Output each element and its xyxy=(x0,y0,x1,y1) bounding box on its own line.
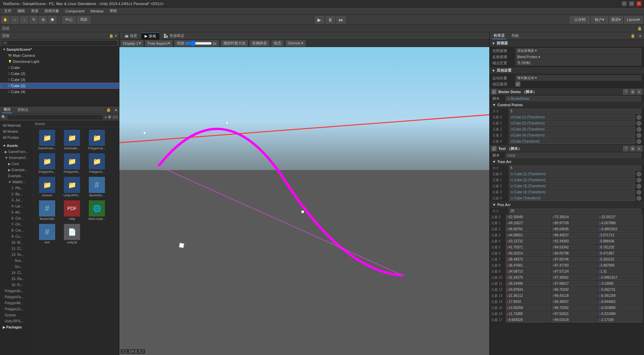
fav-gamefram[interactable]: ▶ GameFram... xyxy=(0,149,33,155)
fav-example2[interactable]: Example... xyxy=(0,173,33,179)
pos-elem5-z[interactable]: 6.761232 xyxy=(598,245,643,250)
pos-elem17-x[interactable]: 9.659326 xyxy=(506,317,551,323)
fav-7or[interactable]: 7- Ori... xyxy=(0,221,33,227)
pos-elem0-y[interactable]: 75.35014 xyxy=(552,214,597,220)
asset-bezierde[interactable]: # BezierDe... xyxy=(85,175,109,198)
pos-elem2-x[interactable]: 46.58791 xyxy=(506,227,551,232)
pos-elem4-x[interactable]: 43.13732 xyxy=(506,239,551,244)
pos-elem12-y[interactable]: 96.70242 xyxy=(552,287,597,292)
mute-button[interactable]: 音频静音 xyxy=(250,40,269,46)
fav-all-materials[interactable]: All Materials xyxy=(0,122,33,128)
pos-elem14-y[interactable]: 96.38507 xyxy=(552,299,597,305)
hierarchy-item-cube[interactable]: □ Cube xyxy=(0,65,119,71)
asset-scenes[interactable]: 📁 Scenes xyxy=(35,175,59,198)
fav-14cl[interactable]: 14- Cl... xyxy=(0,270,33,276)
maximize-button[interactable]: 捕捉时最大化 xyxy=(221,40,248,46)
fav-scr[interactable]: Scr... xyxy=(0,264,33,270)
project-create-icon[interactable]: + xyxy=(105,115,107,119)
fav-all-models[interactable]: All Models xyxy=(0,128,33,134)
cp-size-value[interactable]: 5 xyxy=(509,109,641,114)
inspector-lock-icon[interactable]: 🔒 xyxy=(631,34,635,38)
menu-component[interactable]: Component xyxy=(63,8,87,14)
tool-scale[interactable]: ↻ xyxy=(30,16,38,24)
fav-8cr[interactable]: 8- Cre... xyxy=(0,227,33,233)
asset-polygonmi[interactable]: 📁 PolygonMi... xyxy=(60,152,84,175)
display-selector[interactable]: Display 1 ▾ xyxy=(121,40,143,46)
tab-inspector[interactable]: 检查器 xyxy=(492,32,506,39)
fav-15ra[interactable]: 15- Ra... xyxy=(0,276,33,282)
test-enabled-checkbox[interactable] xyxy=(492,146,496,151)
asset-polygonap[interactable]: 📁 PolygonAp... xyxy=(85,128,109,151)
pos-elem3-z[interactable]: 3.571712 xyxy=(598,233,643,238)
pos-elem17-z[interactable]: -2.17109 xyxy=(598,317,643,323)
bezier-info-button[interactable]: ? xyxy=(623,89,629,94)
bezier-settings-button[interactable]: ⚙ xyxy=(630,89,635,94)
tab-project[interactable]: 项目 xyxy=(2,106,12,113)
pos-elem5-x[interactable]: 41.70371 xyxy=(506,245,551,250)
fav-polygonmi[interactable]: PolygonMi... xyxy=(0,300,33,306)
probe-reflect-value[interactable]: Blend Probes ▾ xyxy=(516,54,641,60)
cp-elem2-value[interactable]: ⊙ Cube (3) (Transform) xyxy=(509,127,635,132)
menu-gameobject[interactable]: 游戏对象 xyxy=(42,8,62,14)
pos-elem15-y[interactable]: 96.70282 xyxy=(552,305,597,311)
tran-arr-header[interactable]: ▼ Tran Arr xyxy=(490,158,644,165)
scale-control[interactable]: 缩放 1x xyxy=(175,40,219,46)
fav-assets-root[interactable]: ▼ Assets xyxy=(0,143,33,149)
test-script-value[interactable]: ⊙ test xyxy=(505,153,641,158)
pos-elem2-z[interactable]: -0.4801922 xyxy=(598,227,643,232)
asset-unity3d[interactable]: 📄 unity3d xyxy=(60,223,84,245)
asset-bezierutils[interactable]: # BezierUtils xyxy=(35,199,59,222)
hierarchy-item-cube2[interactable]: □ Cube (2) xyxy=(0,71,119,77)
tran2-circle[interactable] xyxy=(637,184,641,189)
pos-elem10-z[interactable]: -0.9961917 xyxy=(598,275,643,280)
tran-size-value[interactable]: 5 xyxy=(509,165,641,171)
pos-elem15-z[interactable]: -6.553888 xyxy=(598,305,643,311)
fav-9cu[interactable]: 9- Cu... xyxy=(0,233,33,239)
tab-asset-store[interactable]: 🏪 资源商店 xyxy=(160,33,188,39)
pos-elem12-x[interactable]: 24.87844 xyxy=(506,287,551,292)
close-button[interactable]: ✕ xyxy=(637,1,641,6)
layout-button[interactable]: Layout▾ xyxy=(624,16,643,24)
hierarchy-item-cube4[interactable]: □ Cube (4) xyxy=(0,89,119,95)
pos-elem7-z[interactable]: 5.293152 xyxy=(598,257,643,262)
pos-elem11-y[interactable]: 97.06617 xyxy=(552,281,597,286)
gizmos-button[interactable]: Gizmos ▾ xyxy=(286,40,306,46)
maximize-button[interactable]: □ xyxy=(629,1,634,6)
cp-elem3-value[interactable]: ⊙ Cube (4) (Transform) xyxy=(509,133,635,138)
fav-example1[interactable]: ▶ Example... xyxy=(0,167,33,173)
pos-elem3-y[interactable]: 89.40537 xyxy=(552,233,597,238)
fav-2ba[interactable]: 2- Ba... xyxy=(0,191,33,197)
dyn-occlusion-checkbox[interactable] xyxy=(516,82,520,86)
fav-all-prefabs[interactable]: All Prefabs xyxy=(0,134,33,141)
hierarchy-item-cube1[interactable]: □ Cube (1) xyxy=(0,83,119,89)
tab-console[interactable]: 控制台 xyxy=(16,107,30,113)
project-menu-icon[interactable]: ≡ xyxy=(115,108,117,112)
tran3-circle[interactable] xyxy=(637,190,641,195)
menu-file[interactable]: 文件 xyxy=(1,8,14,14)
pos-size-value[interactable]: 20 xyxy=(509,208,641,214)
asset-test[interactable]: # test xyxy=(35,223,59,245)
hierarchy-item-cube3[interactable]: □ Cube (3) xyxy=(0,77,119,83)
pivot-local-button[interactable]: 局部 xyxy=(77,16,90,24)
stats-button[interactable]: 状态 xyxy=(271,40,283,46)
tran1-circle[interactable] xyxy=(637,178,641,183)
pos-elem14-x[interactable]: 17.8543 xyxy=(506,299,551,305)
pos-elem16-y[interactable]: 97.52921 xyxy=(552,311,597,317)
fav-6cr[interactable]: 6- Cre... xyxy=(0,215,33,221)
pos-elem5-y[interactable]: 94.53342 xyxy=(552,245,597,250)
pos-elem9-x[interactable]: 34.09715 xyxy=(506,269,551,274)
bezier-menu-button[interactable]: ≡ xyxy=(637,89,642,94)
pos-elem17-y[interactable]: 99.01518 xyxy=(552,317,597,323)
inspector-menu-icon[interactable]: ≡ xyxy=(639,34,641,38)
other-settings-header[interactable]: ▼ 其他设置 xyxy=(490,67,644,74)
cp-elem0-value[interactable]: ⊙ Cube (1) (Transform) xyxy=(509,115,635,120)
asset-help[interactable]: PDF Help xyxy=(60,199,84,222)
pos-elem13-y[interactable]: 96.43118 xyxy=(552,293,597,299)
fav-kinematic[interactable]: ▼ KinematicC... xyxy=(0,155,33,161)
pos-elem11-z[interactable]: -3.19565 xyxy=(598,281,643,286)
pos-elem3-x[interactable]: 44.68921 xyxy=(506,233,551,238)
pos-elem1-z[interactable]: -6.567888 xyxy=(598,221,643,226)
project-lock-icon[interactable]: 🔒 xyxy=(106,108,111,112)
hierarchy-item-maincamera[interactable]: 📷 Main Camera xyxy=(0,52,119,58)
fav-polygonac[interactable]: PolygonAc... xyxy=(0,288,33,294)
